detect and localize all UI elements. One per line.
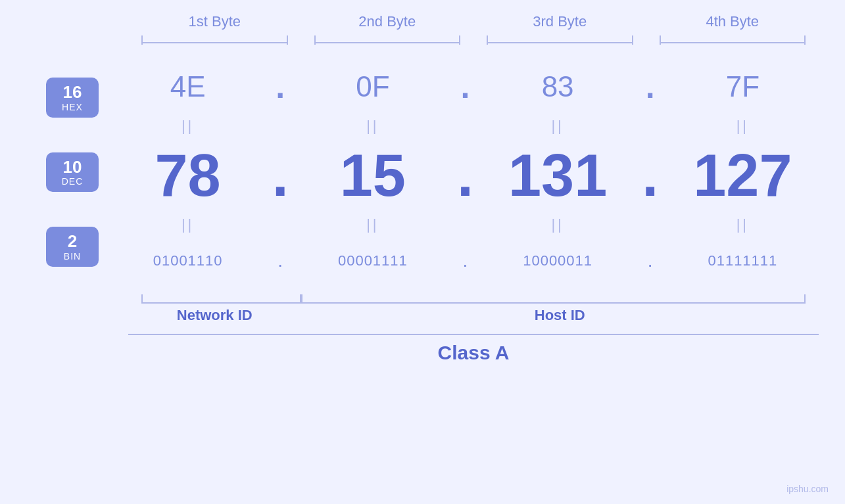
class-label: Class A (128, 342, 819, 364)
equals-5: || (112, 216, 264, 233)
byte-label-3: 3rd Byte (473, 13, 646, 30)
dec-dot-3: . (634, 142, 667, 210)
bin-row: 01001110 . 00001111 . 10000011 . 0111111… (112, 238, 819, 284)
base-labels-column: 16 HEX 10 DEC 2 BIN (26, 60, 112, 284)
bracket-2 (301, 35, 474, 49)
equals-7: || (482, 216, 634, 233)
top-brackets (26, 35, 819, 49)
watermark: ipshu.com (786, 484, 829, 494)
bin-byte-4: 01111111 (667, 252, 819, 269)
host-bracket (301, 287, 819, 304)
hex-badge: 16 HEX (46, 78, 99, 118)
byte-label-4: 4th Byte (646, 13, 819, 30)
bin-dot-2: . (449, 250, 482, 271)
id-labels: Network ID Host ID (128, 307, 819, 324)
bin-dot-3: . (634, 250, 667, 271)
network-bracket (128, 287, 301, 304)
values-area: 4E . 0F . 83 . 7F || || || || 78 (112, 60, 819, 284)
equals-3: || (482, 118, 634, 135)
hex-dot-2: . (449, 68, 482, 106)
dec-byte-3: 131 (482, 142, 634, 210)
dec-byte-2: 15 (297, 142, 448, 210)
equals-4: || (667, 118, 819, 135)
bin-badge: 2 BIN (46, 227, 99, 267)
bottom-brackets (128, 287, 819, 304)
equals-1: || (112, 118, 264, 135)
hex-byte-3: 83 (482, 70, 634, 103)
equals-8: || (667, 216, 819, 233)
byte-label-2: 2nd Byte (301, 13, 474, 30)
dec-dot-1: . (264, 142, 297, 210)
byte-label-1: 1st Byte (128, 13, 301, 30)
dec-byte-1: 78 (112, 142, 264, 210)
bracket-3 (473, 35, 646, 49)
class-line (128, 334, 819, 335)
equals-row-2: || || || || (112, 212, 819, 238)
hex-row: 4E . 0F . 83 . 7F (112, 60, 819, 113)
main-grid: 16 HEX 10 DEC 2 BIN 4E . 0F . 83 . 7F (26, 60, 819, 284)
hex-byte-4: 7F (667, 70, 819, 103)
class-section: Class A (26, 334, 819, 364)
dec-badge: 10 DEC (46, 152, 99, 193)
equals-2: || (297, 118, 448, 135)
host-id-label: Host ID (301, 307, 819, 324)
equals-row-1: || || || || (112, 113, 819, 139)
equals-6: || (297, 216, 448, 233)
bin-dot-1: . (264, 250, 297, 271)
dec-row: 78 . 15 . 131 . 127 (112, 139, 819, 212)
hex-byte-2: 0F (297, 70, 448, 103)
dec-dot-2: . (449, 142, 482, 210)
network-id-label: Network ID (128, 307, 301, 324)
hex-byte-1: 4E (112, 70, 264, 103)
bin-byte-2: 00001111 (297, 252, 448, 269)
bracket-1 (128, 35, 301, 49)
bin-byte-1: 01001110 (112, 252, 264, 269)
bin-byte-3: 10000011 (482, 252, 634, 269)
bottom-section: Network ID Host ID (26, 287, 819, 324)
dec-byte-4: 127 (667, 142, 819, 210)
hex-dot-1: . (264, 68, 297, 106)
byte-labels-row: 1st Byte 2nd Byte 3rd Byte 4th Byte (26, 13, 819, 30)
main-container: 1st Byte 2nd Byte 3rd Byte 4th Byte 16 H… (0, 0, 845, 504)
bracket-4 (646, 35, 819, 49)
hex-dot-3: . (634, 68, 667, 106)
